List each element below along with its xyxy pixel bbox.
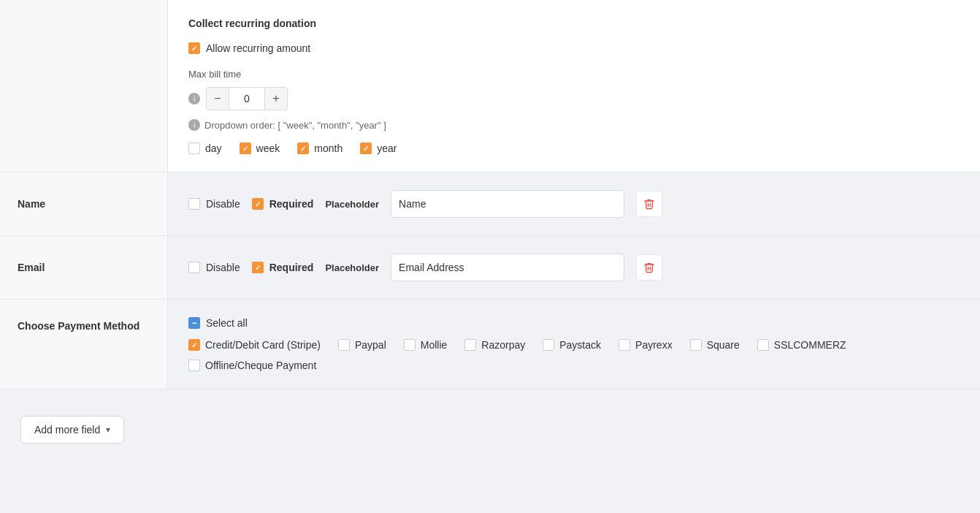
select-all-row: Select all [188,317,960,329]
razorpay-check-icon [464,339,476,351]
email-disable-checkbox[interactable]: Disable [188,262,240,273]
payment-method-row: Choose Payment Method Select all Credit/… [0,300,980,390]
email-field-row: Email Disable Required Placeholder [0,236,980,300]
offline-payment-row: Offline/Cheque Payment [188,360,960,371]
name-field-content: Disable Required Placeholder [168,172,980,235]
email-placeholder-input[interactable] [391,254,624,281]
max-bill-info-icon: i [188,93,200,104]
recurring-content: Collect recurring donation Allow recurri… [168,0,980,172]
period-year[interactable]: year [360,142,397,154]
payment-method-label: Choose Payment Method [0,300,168,389]
mollie-check-icon [404,339,416,351]
paypal-label: Paypal [355,339,386,351]
period-checkboxes: day week month year [188,142,960,154]
paypal-check-icon [338,339,350,351]
stripe-check-icon [188,339,200,351]
payment-stripe[interactable]: Credit/Debit Card (Stripe) [188,339,321,351]
email-required-label: Required [269,262,314,273]
trash-icon [643,262,655,273]
counter-increment-button[interactable]: + [265,88,287,110]
recurring-section: Collect recurring donation Allow recurri… [0,0,980,172]
payment-mollie[interactable]: Mollie [404,339,448,351]
payment-methods-row1: Credit/Debit Card (Stripe) Paypal Mollie… [188,339,960,351]
page-wrapper: Collect recurring donation Allow recurri… [0,0,980,513]
square-label: Square [707,339,740,351]
name-delete-button[interactable] [636,191,662,217]
email-disable-check-icon [188,262,200,273]
counter-input[interactable] [229,88,265,110]
payrexx-check-icon [619,339,630,351]
period-day-icon [188,142,200,154]
name-placeholder-input[interactable] [391,190,624,218]
email-delete-button[interactable] [636,254,662,281]
period-day[interactable]: day [188,142,222,154]
offline-label: Offline/Cheque Payment [205,360,316,371]
sslcommerz-label: SSLCOMMERZ [774,339,846,351]
square-check-icon [690,339,702,351]
payment-razorpay[interactable]: Razorpay [464,339,525,351]
period-week[interactable]: week [240,142,280,154]
email-field-content: Disable Required Placeholder [168,236,980,299]
recurring-sidebar-spacer [0,0,168,172]
add-more-label: Add more field [34,424,100,436]
payrexx-label: Payrexx [635,339,673,351]
email-placeholder-label: Placeholder [325,262,379,273]
period-week-icon [240,142,251,154]
period-month-icon [297,142,309,154]
name-disable-checkbox[interactable]: Disable [188,198,240,210]
period-month[interactable]: month [297,142,342,154]
email-required-check-icon [252,262,264,273]
name-required-checkbox[interactable]: Required [252,198,314,210]
name-field-controls: Disable Required Placeholder [188,190,960,218]
period-year-icon [360,142,372,154]
counter-decrement-button[interactable]: − [207,88,229,110]
razorpay-label: Razorpay [481,339,525,351]
paystack-label: Paystack [559,339,601,351]
payment-paystack[interactable]: Paystack [543,339,601,351]
name-disable-check-icon [188,198,200,210]
payment-payrexx[interactable]: Payrexx [619,339,673,351]
max-bill-label: Max bill time [188,69,960,80]
add-more-field-button[interactable]: Add more field ▾ [20,416,124,444]
payment-paypal[interactable]: Paypal [338,339,386,351]
payment-square[interactable]: Square [690,339,740,351]
chevron-down-icon: ▾ [106,425,110,435]
name-disable-label: Disable [206,198,240,210]
name-placeholder-label: Placeholder [325,199,379,210]
allow-recurring-check-icon [188,42,200,54]
payment-method-content: Select all Credit/Debit Card (Stripe) Pa… [168,300,980,389]
period-year-label: year [377,142,397,154]
name-field-label: Name [0,172,168,235]
dropdown-order-text: Dropdown order: [ "week", "month", "year… [204,120,386,131]
select-all-check-icon [188,317,200,329]
email-disable-label: Disable [206,262,240,273]
allow-recurring-label: Allow recurring amount [206,42,310,54]
max-bill-section: Max bill time i − + [188,69,960,110]
offline-check-icon [188,360,200,371]
dropdown-info-icon: i [188,119,200,131]
period-day-label: day [205,142,222,154]
stripe-label: Credit/Debit Card (Stripe) [205,339,321,351]
allow-recurring-checkbox[interactable]: Allow recurring amount [188,42,960,54]
email-field-label: Email [0,236,168,299]
counter-row: i − + [188,87,960,110]
add-more-section: Add more field ▾ [0,390,980,455]
sslcommerz-check-icon [757,339,769,351]
mollie-label: Mollie [421,339,448,351]
name-required-check-icon [252,198,264,210]
dropdown-order-info: i Dropdown order: [ "week", "month", "ye… [188,119,960,131]
paystack-check-icon [543,339,554,351]
email-field-controls: Disable Required Placeholder [188,254,960,281]
select-all-checkbox[interactable]: Select all [188,317,960,329]
name-field-row: Name Disable Required Placeholder [0,172,980,236]
payment-offline[interactable]: Offline/Cheque Payment [188,360,960,371]
period-week-label: week [256,142,280,154]
recurring-title: Collect recurring donation [188,18,960,29]
counter-control: − + [206,87,288,110]
payment-sslcommerz[interactable]: SSLCOMMERZ [757,339,846,351]
period-month-label: month [314,142,342,154]
email-required-checkbox[interactable]: Required [252,262,314,273]
trash-icon [643,198,655,210]
select-all-label: Select all [206,317,248,329]
name-required-label: Required [269,198,314,210]
